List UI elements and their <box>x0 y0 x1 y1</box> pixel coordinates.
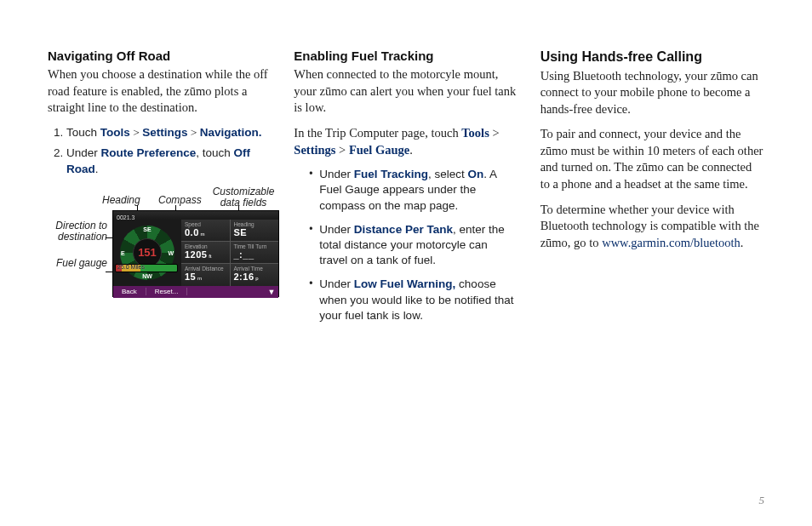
data-fields-grid: Speed0.0 m HeadingSE Elevation1205 ft Ti… <box>181 220 278 286</box>
ui-off-road-2: Road <box>66 163 95 175</box>
back-button[interactable]: Back <box>113 288 146 295</box>
heading-degrees: 151 <box>133 238 162 267</box>
paragraph: When connected to the motorcyle mount, y… <box>294 66 518 117</box>
ui-on: On <box>467 168 483 180</box>
steps-list: Touch Tools > Settings > Navigation. Und… <box>48 125 272 178</box>
separator: > <box>130 126 142 139</box>
device-body: SE NW E W 151 25.0 Miles Speed0.0 m Head… <box>113 220 278 286</box>
text: mo can alert you when your fuel tank is … <box>294 84 516 115</box>
device-screenshot: 0021.3 SE NW E W 151 25.0 Miles <box>112 210 279 297</box>
ui-distance-per-tank: Distance Per Tank <box>354 223 453 236</box>
text: mo, go to <box>552 236 602 249</box>
device-bottom-bar: Back Reset... ▼ <box>113 286 278 298</box>
field-heading: HeadingSE <box>231 220 279 241</box>
callout-direction: Direction to destination <box>48 220 107 243</box>
ui-path-settings: Settings <box>142 126 187 139</box>
bullet-list: Under Fuel Tracking, select On. A Fuel G… <box>294 167 518 323</box>
paragraph: When you choose a destination while the … <box>48 66 272 117</box>
callout-fuel-gauge: Fuel gauge <box>48 258 107 269</box>
column-1: Navigating Off Road When you choose a de… <box>48 48 272 332</box>
paragraph: To pair and connect, your device and the… <box>540 126 764 192</box>
ui-path-navigation: Navigation. <box>200 126 262 139</box>
heading-fuel-tracking: Enabling Fuel Tracking <box>294 48 518 65</box>
page: Navigating Off Road When you choose a de… <box>0 0 812 332</box>
field-arrival-distance: Arrival Distance15 m <box>181 264 230 285</box>
paragraph: To determine whether your device with Bl… <box>540 202 764 252</box>
field-speed: Speed0.0 m <box>181 220 230 241</box>
text: . <box>95 163 99 175</box>
column-3: Using Hands-free Calling Using Bluetooth… <box>540 48 764 332</box>
text: Touch <box>66 126 100 139</box>
fuel-gauge-strip: 25.0 Miles <box>115 264 178 272</box>
field-arrival-time: Arrival Time2:16 p <box>231 264 279 285</box>
figure-side-labels: Direction to destination Fuel gauge <box>48 220 107 285</box>
page-number: 5 <box>759 494 765 507</box>
bullet-low-fuel-warning: Under Low Fuel Warning, choose when you … <box>309 277 518 323</box>
bullet-distance-per-tank: Under Distance Per Tank, enter the total… <box>309 222 518 269</box>
device-topbar: 0021.3 <box>113 211 278 220</box>
callout-compass: Compass <box>158 195 202 206</box>
bluetooth-link[interactable]: www.garmin.com/bluetooth <box>602 236 741 249</box>
separator: > <box>335 143 348 157</box>
text: In the Trip Computer page, touch <box>294 126 461 140</box>
text: . <box>409 143 413 157</box>
ui-low-fuel-warning: Low Fuel Warning, <box>354 277 456 290</box>
text: Using Bluetooth technology, your z <box>540 69 716 83</box>
bullet-fuel-tracking: Under Fuel Tracking, select On. A Fuel G… <box>309 167 518 214</box>
fuel-range-value: 25.0 Miles <box>117 264 145 270</box>
separator: > <box>489 126 500 140</box>
ui-fuel-tracking: Fuel Tracking <box>354 168 428 180</box>
field-elevation: Elevation1205 ft <box>181 242 230 263</box>
device-compass-area: SE NW E W 151 25.0 Miles <box>113 220 181 286</box>
scroll-down-icon[interactable]: ▼ <box>265 288 278 296</box>
heading-hands-free-calling: Using Hands-free Calling <box>540 48 764 66</box>
step-1: Touch Tools > Settings > Navigation. <box>66 125 272 141</box>
column-2: Enabling Fuel Tracking When connected to… <box>294 48 518 332</box>
field-time-till-turn: Time Till Turn_:__ <box>231 242 279 263</box>
reset-button[interactable]: Reset... <box>146 288 188 295</box>
text: Under <box>319 223 354 236</box>
ui-path-tools: Tools <box>461 126 489 140</box>
step-2: Under Route Preference, touch Off Road. <box>66 146 272 178</box>
text: . <box>741 236 744 249</box>
text: , touch <box>196 146 233 159</box>
paragraph: In the Trip Computer page, touch Tools >… <box>294 125 518 158</box>
device-figure: Heading Compass Customizable data fields… <box>48 186 272 314</box>
heading-navigating-off-road: Navigating Off Road <box>48 48 272 65</box>
ui-path-settings: Settings <box>294 143 335 157</box>
ui-off-road: Off <box>234 146 251 159</box>
text: , select <box>428 168 468 180</box>
ui-path-tools: Tools <box>100 126 130 139</box>
callout-custom-fields: Customizable data fields <box>209 186 277 209</box>
callout-heading: Heading <box>102 195 140 206</box>
separator: > <box>187 126 199 139</box>
text: Under <box>66 146 101 159</box>
paragraph: Using Bluetooth technology, your zūmo ca… <box>540 68 764 118</box>
text: Under <box>319 168 354 180</box>
ui-route-preference: Route Preference <box>101 146 197 159</box>
text: Under <box>319 277 354 290</box>
ui-path-fuel-gauge: Fuel Gauge <box>349 143 409 157</box>
